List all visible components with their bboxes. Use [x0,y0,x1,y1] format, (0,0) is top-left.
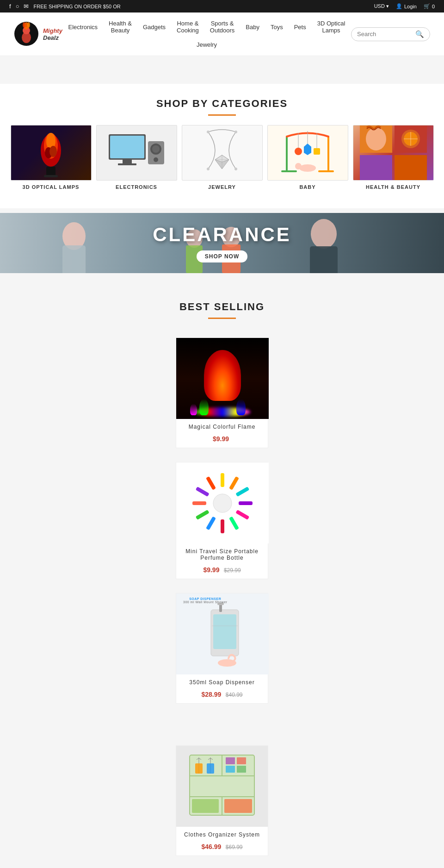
nav-item-home-cooking[interactable]: Home &Cooking [172,17,204,37]
clearance-title: CLEARANCE [153,224,291,246]
logo[interactable]: Mighty Dealz [14,21,62,47]
category-jewelry[interactable]: JEWELRY [182,125,263,190]
categories-title: SHOP BY CATEGORIES [0,84,444,114]
category-electronics[interactable]: ELECTRONICS [96,125,177,190]
product-prices-clothes: $46.99 $69.99 [176,840,268,856]
shipping-text: FREE SHIPPING ON ORDER $50 OR [33,4,120,9]
product-magical-flame[interactable]: Magical Colorful Flame $9.99 [176,337,268,448]
jewelry-svg [194,127,250,178]
svg-rect-69 [196,487,210,497]
svg-point-45 [366,127,386,150]
svg-rect-66 [206,516,216,530]
category-img-3d [11,125,92,181]
cart-button[interactable]: 🛒 0 [424,3,435,9]
logo-dealz: Dealz [43,34,62,41]
product-perfume[interactable]: Mini Travel Size Portable Perfume Bottle… [176,462,268,579]
nav-item-3d-optical-lamps[interactable]: 3D OpticalLamps [313,17,350,37]
svg-point-71 [213,494,232,512]
clearance-content: CLEARANCE SHOP NOW [153,224,291,262]
svg-point-26 [234,131,237,133]
svg-rect-52 [62,245,86,273]
nav-item-baby[interactable]: Baby [241,21,264,33]
svg-rect-43 [360,155,392,181]
svg-rect-12 [44,175,58,177]
top-bar-left: f ○ ✉ FREE SHIPPING ON ORDER $50 OR [9,3,121,10]
svg-rect-38 [314,148,320,155]
user-icon: 👤 [396,3,402,9]
best-selling-title: BEST SELLING [0,287,444,318]
flame-left [199,399,209,415]
svg-rect-70 [206,476,216,490]
svg-rect-75 [213,614,236,649]
3d-lamp-svg [35,127,67,178]
svg-rect-87 [192,799,219,813]
svg-point-28 [234,168,237,170]
flame-center [204,350,241,401]
svg-rect-59 [221,473,224,487]
svg-rect-84 [195,763,203,774]
svg-point-19 [152,145,160,153]
product-name-flame: Magical Colorful Flame [176,419,268,432]
svg-point-39 [299,164,316,172]
logo-mighty: Mighty [43,27,62,34]
nav-item-electronics[interactable]: Electronics [64,21,103,33]
svg-point-20 [154,157,158,162]
category-label-beauty: HEALTH & BEAUTY [353,184,434,190]
instagram-icon[interactable]: ○ [16,3,19,10]
soap-label-text: SOAP DISPENSER300 ml Wall Mount Shower [183,597,227,604]
svg-point-5 [27,22,30,28]
category-baby[interactable]: BABY [267,125,348,190]
nav-item-jewelry[interactable]: Jewelry [192,38,222,51]
currency-selector[interactable]: USD ▾ [374,3,389,9]
svg-marker-36 [304,144,311,155]
svg-point-10 [49,146,57,157]
product-prices-perfume: $9.99 $29.99 [176,563,268,579]
perfume-svg [185,466,259,540]
clothes-svg [185,750,259,822]
baby-svg [278,127,338,178]
svg-rect-44 [395,155,427,181]
svg-rect-90 [237,757,246,764]
login-button[interactable]: 👤 Login [396,3,417,9]
svg-rect-64 [229,516,239,530]
nav-item-pets[interactable]: Pets [290,21,311,33]
svg-rect-89 [226,757,235,764]
category-3d-optical-lamps[interactable]: 3D OPTICAL LAMPS [11,125,92,190]
category-health-beauty[interactable]: HEALTH & BEAUTY [353,125,434,190]
svg-rect-68 [192,501,206,505]
soap-svg [183,598,262,672]
nav-item-sports-outdoors[interactable]: Sports &Outdoors [205,17,239,37]
product-name-clothes: Clothes Organizer System [176,827,268,840]
svg-rect-67 [196,510,210,520]
best-selling-section: BEST SELLING Magical Colorful Flame $9.9… [0,278,444,868]
svg-rect-88 [224,799,252,813]
nav-item-health-beauty[interactable]: Health &Beauty [104,17,136,37]
search-button[interactable]: 🔍 [415,30,424,38]
nav-item-gadgets[interactable]: Gadgets [138,21,170,33]
cart-icon: 🛒 [424,3,430,9]
email-icon[interactable]: ✉ [24,3,29,10]
nav-item-toys[interactable]: Toys [266,21,288,33]
main-nav: Electronics Health &Beauty Gadgets Home … [62,17,351,51]
price-sale-clothes: $46.99 [202,843,222,850]
search-box: 🔍 [351,27,430,41]
product-soap[interactable]: SOAP DISPENSER300 ml Wall Mount Shower [176,593,268,704]
svg-rect-63 [235,510,249,520]
product-img-soap: SOAP DISPENSER300 ml Wall Mount Shower [176,593,269,674]
svg-rect-60 [229,476,239,490]
shop-now-button[interactable]: SHOP NOW [197,250,247,262]
categories-title-underline [208,114,236,116]
flame-bg [176,338,269,419]
clearance-banner[interactable]: CLEARANCE SHOP NOW [0,213,444,273]
best-selling-underline [208,318,236,319]
svg-point-27 [207,168,210,170]
facebook-icon[interactable]: f [9,3,11,10]
svg-point-40 [295,163,302,169]
categories-section: SHOP BY CATEGORIES 3D OPTICAL LAMPS [0,84,444,208]
perfume-bg [176,462,269,543]
product-name-perfume: Mini Travel Size Portable Perfume Bottle [176,543,268,563]
category-label-electronics: ELECTRONICS [96,184,177,190]
search-input[interactable] [357,31,413,37]
product-clothes[interactable]: Clothes Organizer System $46.99 $69.99 [176,745,268,856]
flame-right [236,399,246,415]
